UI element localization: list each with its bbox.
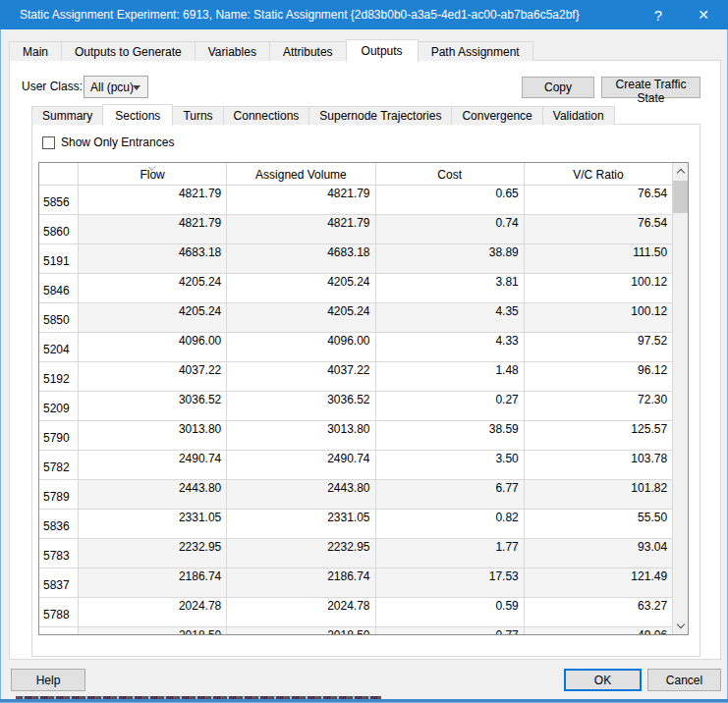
cell-assigned-volume: 2443.80 xyxy=(227,480,375,509)
row-id xyxy=(39,627,79,634)
column-header-v-c-ratio[interactable]: V/C Ratio xyxy=(525,163,672,185)
row-id: 5790 xyxy=(39,421,79,450)
chevron-down-icon xyxy=(676,621,684,628)
titlebar-help-icon[interactable]: ? xyxy=(642,0,675,29)
cell-assigned-volume: 4205.24 xyxy=(227,303,375,332)
create-traffic-state-button[interactable]: Create Traffic State xyxy=(601,77,700,98)
row-id: 5837 xyxy=(39,568,79,597)
cell-assigned-volume: 2331.05 xyxy=(227,510,375,538)
cell-cost: 0.27 xyxy=(376,392,525,420)
table-row[interactable]: 51914683.184683.1838.89111.50 xyxy=(39,244,672,274)
column-header-assigned-volume[interactable]: Assigned Volume xyxy=(227,163,375,185)
table-row[interactable]: 58372186.742186.7417.53121.49 xyxy=(39,568,672,598)
cell-vc-ratio: 125.57 xyxy=(525,421,672,450)
scroll-up-button[interactable] xyxy=(673,163,688,180)
subtab-supernode-trajectories[interactable]: Supernode Trajectories xyxy=(308,106,452,125)
vertical-scrollbar[interactable] xyxy=(672,163,688,634)
cell-assigned-volume: 4096.00 xyxy=(227,333,375,361)
cell-cost: 1.77 xyxy=(376,539,525,568)
cell-assigned-volume: 4821.79 xyxy=(227,186,375,214)
cell-flow: 4821.79 xyxy=(79,186,227,214)
cell-cost: 0.82 xyxy=(376,510,525,538)
tab-outputs[interactable]: Outputs xyxy=(346,39,419,62)
row-id: 5789 xyxy=(39,480,79,509)
titlebar[interactable]: Static Assignment Experiment: 6913, Name… xyxy=(0,0,728,29)
close-icon[interactable]: ✕ xyxy=(687,0,720,29)
cell-cost: 4.35 xyxy=(376,303,525,332)
row-id: 5788 xyxy=(39,598,79,626)
subtab-convergence[interactable]: Convergence xyxy=(451,106,542,125)
cell-cost: 6.77 xyxy=(376,480,525,509)
cell-flow: 2018.50 xyxy=(79,627,227,634)
table-row[interactable]: 58464205.244205.243.81100.12 xyxy=(39,274,672,303)
cell-cost: 0.77 xyxy=(376,627,525,634)
cell-vc-ratio: 103.78 xyxy=(525,451,672,479)
cell-assigned-volume: 2490.74 xyxy=(227,451,375,479)
cell-vc-ratio: 72.30 xyxy=(525,392,672,420)
row-id: 5846 xyxy=(39,274,79,302)
cell-flow: 2232.95 xyxy=(79,539,227,568)
cell-vc-ratio: 121.49 xyxy=(525,568,672,597)
user-class-label: User Class: xyxy=(22,80,83,93)
cell-vc-ratio: 63.27 xyxy=(525,598,672,626)
subtab-sections[interactable]: Sections xyxy=(102,104,173,126)
cell-assigned-volume: 4821.79 xyxy=(227,215,375,243)
cell-vc-ratio: 76.54 xyxy=(525,186,672,214)
tab-attributes[interactable]: Attributes xyxy=(269,41,347,61)
table-row[interactable]: 52044096.004096.004.3397.52 xyxy=(39,333,672,362)
row-id: 5860 xyxy=(39,215,79,243)
table-row[interactable]: 57892443.802443.806.77101.82 xyxy=(39,480,672,510)
show-only-entrances-checkbox[interactable]: Show Only Entrances xyxy=(42,135,174,149)
subtab-connections[interactable]: Connections xyxy=(223,106,310,125)
user-class-select[interactable]: All (pcu) xyxy=(84,76,148,98)
subtab-summary[interactable]: Summary xyxy=(31,106,103,125)
table-row[interactable]: 58564821.794821.790.6576.54 xyxy=(39,186,672,215)
cell-assigned-volume: 3036.52 xyxy=(227,392,375,420)
column-header-cost[interactable]: Cost xyxy=(376,163,525,185)
cell-vc-ratio: 97.52 xyxy=(525,333,672,361)
table-corner-cell xyxy=(39,163,79,185)
column-header-flow[interactable]: Flow xyxy=(79,163,227,185)
help-button[interactable]: Help xyxy=(11,669,85,691)
cell-vc-ratio: 55.50 xyxy=(525,510,672,538)
tab-outputs-to-generate[interactable]: Outputs to Generate xyxy=(61,41,196,61)
cell-flow: 4821.79 xyxy=(79,215,227,243)
table-header-row: FlowAssigned VolumeCostV/C Ratio xyxy=(39,163,672,186)
scroll-down-button[interactable] xyxy=(673,618,688,634)
cell-flow: 4205.24 xyxy=(79,274,227,302)
table-row[interactable]: 57903013.803013.8038.59125.57 xyxy=(39,421,672,451)
tab-variables[interactable]: Variables xyxy=(195,41,270,61)
subtab-validation[interactable]: Validation xyxy=(542,106,615,125)
table-row[interactable]: 57822490.742490.743.50103.78 xyxy=(39,451,672,480)
checkbox-icon[interactable] xyxy=(42,136,55,149)
outputs-tab-page: User Class: All (pcu) Copy Create Traffi… xyxy=(9,60,721,660)
row-id: 5783 xyxy=(39,539,79,568)
row-id: 5782 xyxy=(39,451,79,479)
table-row[interactable]: 58362331.052331.050.8255.50 xyxy=(39,510,672,539)
cell-cost: 38.89 xyxy=(376,244,525,273)
tab-main[interactable]: Main xyxy=(9,41,62,61)
tab-path-assignment[interactable]: Path Assignment xyxy=(418,41,533,61)
cell-flow: 2186.74 xyxy=(79,568,227,597)
row-id: 5850 xyxy=(39,303,79,332)
column-header-label: Assigned Volume xyxy=(255,168,347,182)
table-row[interactable]: 2018.502018.500.7749.06 xyxy=(39,627,672,634)
ok-button[interactable]: OK xyxy=(564,669,642,691)
table-row[interactable]: 58504205.244205.244.35100.12 xyxy=(39,303,672,333)
table-row[interactable]: 57882024.782024.780.5963.27 xyxy=(39,598,672,627)
copy-button[interactable]: Copy xyxy=(522,77,594,98)
row-id: 5192 xyxy=(39,362,79,391)
cell-cost: 0.65 xyxy=(376,186,525,214)
subtab-turns[interactable]: Turns xyxy=(172,106,223,125)
table-row[interactable]: 57832232.952232.951.7793.04 xyxy=(39,539,672,568)
cell-cost: 4.33 xyxy=(376,333,525,361)
table-row[interactable]: 51924037.224037.221.4896.12 xyxy=(39,362,672,392)
cell-assigned-volume: 2232.95 xyxy=(227,539,375,568)
scrollbar-thumb[interactable] xyxy=(673,181,688,213)
cancel-button[interactable]: Cancel xyxy=(647,669,721,691)
sections-table: FlowAssigned VolumeCostV/C Ratio58564821… xyxy=(38,162,689,635)
table-row[interactable]: 52093036.523036.520.2772.30 xyxy=(39,392,672,421)
main-tab-strip: MainOutputs to GenerateVariablesAttribut… xyxy=(9,39,533,61)
chevron-up-icon xyxy=(676,169,684,177)
table-row[interactable]: 58604821.794821.790.7476.54 xyxy=(39,215,672,244)
